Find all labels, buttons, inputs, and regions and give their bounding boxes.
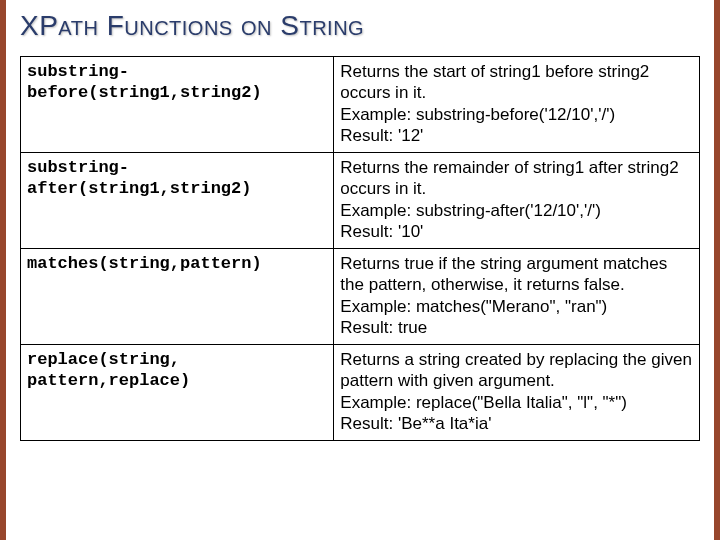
table-row: replace(string, pattern,replace) Returns… — [21, 345, 700, 441]
function-description: Returns true if the string argument matc… — [334, 249, 700, 345]
page-title: XPath Functions on String — [20, 10, 700, 42]
function-description: Returns the start of string1 before stri… — [334, 57, 700, 153]
function-description: Returns the remainder of string1 after s… — [334, 153, 700, 249]
function-signature: replace(string, pattern,replace) — [21, 345, 334, 441]
table-row: substring- after(string1,string2) Return… — [21, 153, 700, 249]
table-row: matches(string,pattern) Returns true if … — [21, 249, 700, 345]
table-row: substring- before(string1,string2) Retur… — [21, 57, 700, 153]
function-description: Returns a string created by replacing th… — [334, 345, 700, 441]
slide: XPath Functions on String substring- bef… — [0, 0, 720, 540]
function-signature: matches(string,pattern) — [21, 249, 334, 345]
function-signature: substring- after(string1,string2) — [21, 153, 334, 249]
functions-table: substring- before(string1,string2) Retur… — [20, 56, 700, 441]
function-signature: substring- before(string1,string2) — [21, 57, 334, 153]
